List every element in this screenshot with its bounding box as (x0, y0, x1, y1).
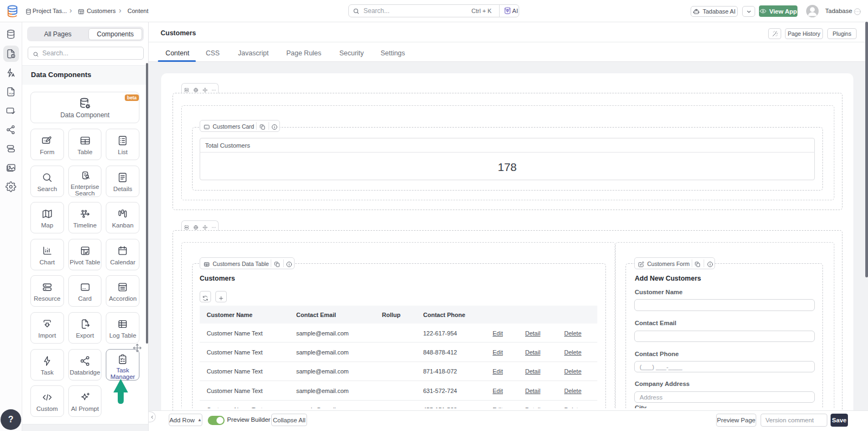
svg-text:PDF: PDF (9, 92, 14, 95)
